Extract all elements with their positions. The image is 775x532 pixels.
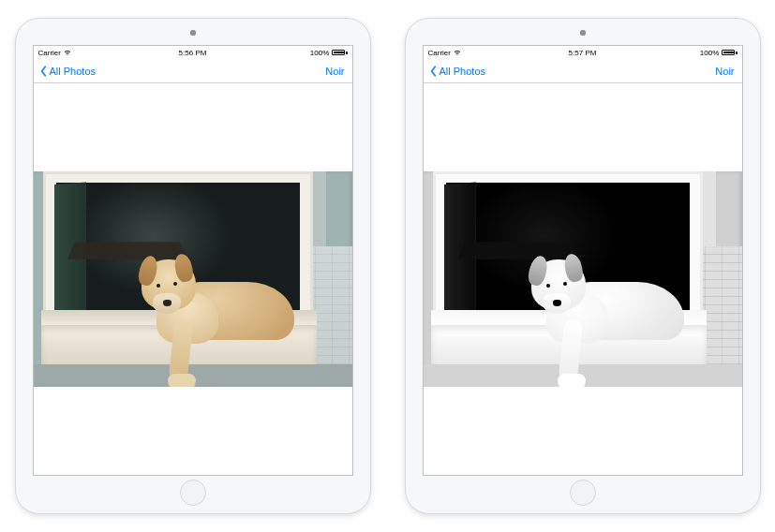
carrier-label: Carrier xyxy=(38,49,61,57)
photo-viewer[interactable] xyxy=(424,83,742,475)
ipad-device-left: Carrier 5:56 PM 100% All Photos Noir xyxy=(15,18,371,514)
battery-percent: 100% xyxy=(700,49,719,57)
photo-color xyxy=(34,171,352,387)
dog xyxy=(121,243,294,353)
battery-percent: 100% xyxy=(310,49,329,57)
front-camera xyxy=(580,30,586,36)
dog xyxy=(511,243,684,353)
chevron-left-icon xyxy=(39,66,48,77)
chevron-left-icon xyxy=(429,66,438,77)
ipad-device-right: Carrier 5:57 PM 100% All Photos Noir xyxy=(405,18,761,514)
navigation-bar: All Photos Noir xyxy=(424,59,742,83)
back-button[interactable]: All Photos xyxy=(429,66,486,77)
carrier-label: Carrier xyxy=(428,49,451,57)
clock: 5:57 PM xyxy=(424,49,742,57)
screen: Carrier 5:56 PM 100% All Photos Noir xyxy=(33,45,353,476)
screen: Carrier 5:57 PM 100% All Photos Noir xyxy=(423,45,743,476)
battery-icon xyxy=(722,50,737,55)
back-button[interactable]: All Photos xyxy=(39,66,97,77)
back-label: All Photos xyxy=(50,66,97,77)
back-label: All Photos xyxy=(440,66,486,77)
noir-filter-button[interactable]: Noir xyxy=(325,66,346,77)
battery-icon xyxy=(332,50,347,55)
photo-noir xyxy=(424,171,742,387)
wifi-icon xyxy=(64,49,71,56)
home-button[interactable] xyxy=(180,480,206,506)
navigation-bar: All Photos Noir xyxy=(34,59,352,83)
clock: 5:56 PM xyxy=(34,49,352,57)
noir-filter-button[interactable]: Noir xyxy=(715,66,736,77)
home-button[interactable] xyxy=(570,480,596,506)
wifi-icon xyxy=(454,49,461,56)
status-bar: Carrier 5:56 PM 100% xyxy=(34,46,352,59)
photo-viewer[interactable] xyxy=(34,83,352,475)
front-camera xyxy=(190,30,196,36)
status-bar: Carrier 5:57 PM 100% xyxy=(424,46,742,59)
